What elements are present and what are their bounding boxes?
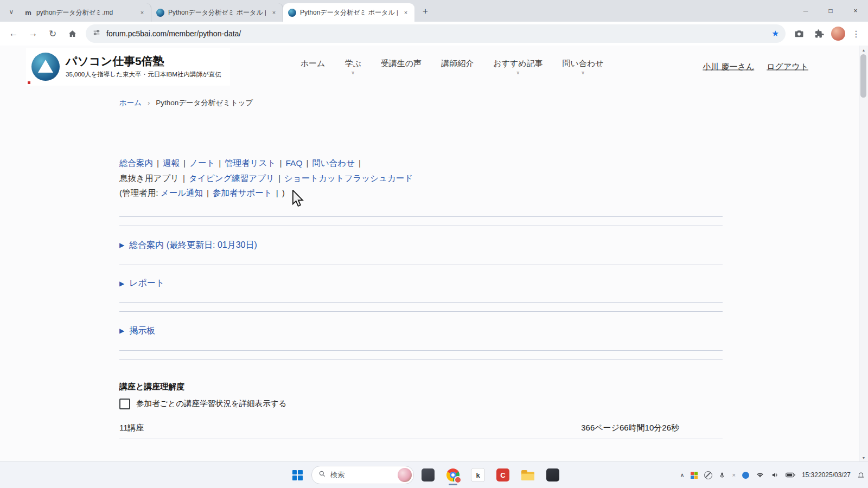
- nav-item-voices[interactable]: 受講生の声: [381, 59, 422, 69]
- nav-label: 問い合わせ: [563, 59, 604, 69]
- maximize-button[interactable]: □: [818, 0, 843, 22]
- close-button[interactable]: ×: [843, 0, 868, 22]
- separator: |: [359, 158, 361, 168]
- taskbar-app-dark-2[interactable]: [542, 464, 564, 486]
- link-shuho[interactable]: 週報: [163, 158, 180, 168]
- taskbar-explorer[interactable]: [517, 464, 539, 486]
- tray-grid-icon[interactable]: [691, 472, 698, 479]
- triangle-marker-icon: ▶: [119, 280, 124, 287]
- scrollbar[interactable]: ▲ ▼: [859, 46, 868, 462]
- detail-checkbox-label[interactable]: 参加者ごとの講座学習状況を詳細表示する: [136, 399, 287, 409]
- quick-links-row-1: 総合案内|週報|ノート|管理者リスト|FAQ|問い合わせ|: [119, 156, 723, 171]
- taskbar-date: 2025/03/27: [818, 471, 851, 479]
- nav-label: 講師紹介: [441, 59, 474, 69]
- forward-button[interactable]: →: [24, 24, 42, 43]
- do-not-disturb-icon[interactable]: [704, 471, 712, 479]
- taskbar-app-k[interactable]: k: [467, 464, 489, 486]
- tray-close-icon[interactable]: ×: [732, 472, 735, 478]
- tray-blue-app-icon[interactable]: [742, 472, 749, 479]
- tab-close-icon[interactable]: ×: [401, 8, 410, 17]
- breadcrumb-home-link[interactable]: ホーム: [119, 98, 142, 108]
- course-count: 11講座: [119, 423, 144, 433]
- divider: [119, 439, 723, 439]
- section-label: レポート: [129, 278, 164, 289]
- back-button[interactable]: ←: [4, 24, 23, 43]
- triangle-marker-icon: ▶: [119, 241, 124, 249]
- site-settings-icon[interactable]: [92, 28, 101, 39]
- nav-label: ホーム: [301, 59, 326, 69]
- start-button[interactable]: [286, 464, 308, 486]
- triangle-marker-icon: ▶: [119, 327, 124, 335]
- profile-avatar[interactable]: [831, 27, 845, 41]
- link-typing-app[interactable]: タイピング練習アプリ: [189, 174, 275, 183]
- taskbar-center: 検索 k C: [286, 462, 564, 488]
- address-bar[interactable]: forum.pc5bai.com/member/python-data/ ★: [86, 24, 786, 43]
- detail-checkbox[interactable]: [119, 399, 130, 409]
- bookmark-star-icon[interactable]: ★: [772, 29, 779, 38]
- courses-heading: 講座と講座理解度: [119, 382, 723, 391]
- tab-close-icon[interactable]: ×: [138, 8, 146, 17]
- link-note[interactable]: ノート: [189, 158, 215, 168]
- browser-menu-icon[interactable]: ⋮: [848, 29, 864, 39]
- quick-links: 総合案内|週報|ノート|管理者リスト|FAQ|問い合わせ| 息抜き用アプリ|タイ…: [119, 156, 723, 201]
- tab-markdown[interactable]: m pythonデータ分析ゼミ.md ×: [20, 3, 151, 22]
- breadcrumb-current: Pythonデータ分析ゼミトップ: [156, 98, 253, 108]
- link-shortcut-flashcards[interactable]: ショートカットフラッシュカード: [284, 174, 413, 183]
- link-mail-notify[interactable]: メール通知: [161, 188, 203, 197]
- page-viewport: パソコン仕事5倍塾 35,000人を指導した東大卒・元日本IBM社内講師が直伝 …: [0, 46, 868, 462]
- section-report[interactable]: ▶ レポート: [119, 265, 723, 303]
- nav-item-instructors[interactable]: 講師紹介: [441, 59, 474, 69]
- taskbar-search[interactable]: 検索: [311, 466, 414, 484]
- tab-portal-2-active[interactable]: Pythonデータ分析ゼミ ポータルトッ ×: [283, 3, 414, 22]
- search-highlight-image: [398, 468, 412, 482]
- scroll-up-icon[interactable]: ▲: [859, 46, 868, 54]
- tab-portal-1[interactable]: Pythonデータ分析ゼミ ポータルトッ ×: [151, 3, 283, 22]
- breadcrumb-separator: ›: [148, 99, 150, 107]
- main-nav: ホーム 学ぶ ∨ 受講生の声 講師紹介 おすすめ記事 ∨: [301, 59, 604, 75]
- nav-item-learn[interactable]: 学ぶ ∨: [344, 59, 361, 75]
- link-participant-support[interactable]: 参加者サポート: [213, 188, 272, 197]
- app-icon: [422, 468, 435, 481]
- screen: ∨ m pythonデータ分析ゼミ.md × Pythonデータ分析ゼミ ポータ…: [0, 0, 868, 488]
- site-logo-block[interactable]: パソコン仕事5倍塾 35,000人を指導した東大卒・元日本IBM社内講師が直伝: [26, 48, 230, 86]
- taskbar-clock[interactable]: 15:32 2025/03/27: [802, 471, 851, 479]
- link-contact[interactable]: 問い合わせ: [312, 158, 355, 168]
- microphone-icon[interactable]: [719, 471, 725, 479]
- nav-item-home[interactable]: ホーム: [301, 59, 326, 69]
- taskbar: 検索 k C ∧ ×: [0, 461, 868, 488]
- screenshot-extension-icon[interactable]: [790, 24, 808, 43]
- minimize-button[interactable]: ─: [793, 0, 818, 22]
- row3-suffix: ): [282, 188, 285, 197]
- volume-icon[interactable]: [771, 471, 779, 479]
- wifi-icon[interactable]: [756, 471, 764, 479]
- nav-item-contact[interactable]: 問い合わせ ∨: [563, 59, 604, 75]
- nav-item-articles[interactable]: おすすめ記事 ∨: [493, 59, 542, 75]
- link-faq[interactable]: FAQ: [285, 158, 302, 168]
- user-name-link[interactable]: 小川 慶一さん: [703, 62, 754, 72]
- notification-bell-icon[interactable]: [857, 471, 865, 479]
- tab-title: pythonデータ分析ゼミ.md: [36, 8, 134, 17]
- breadcrumb: ホーム › Pythonデータ分析ゼミトップ: [119, 98, 868, 108]
- new-tab-button[interactable]: +: [418, 4, 433, 19]
- tab-close-icon[interactable]: ×: [270, 8, 278, 17]
- running-indicator: [449, 484, 457, 485]
- taskbar-chrome[interactable]: [442, 464, 464, 486]
- home-button[interactable]: [63, 24, 81, 43]
- reload-button[interactable]: ↻: [43, 24, 62, 43]
- taskbar-app-c[interactable]: C: [492, 464, 514, 486]
- scrollbar-thumb[interactable]: [860, 54, 866, 98]
- extensions-puzzle-icon[interactable]: [809, 24, 828, 43]
- empty-row: [119, 217, 723, 226]
- scroll-down-icon[interactable]: ▼: [859, 454, 868, 461]
- taskbar-app-dark-1[interactable]: [417, 464, 439, 486]
- logout-link[interactable]: ログアウト: [767, 62, 808, 72]
- link-sogo-annai[interactable]: 総合案内: [119, 158, 153, 168]
- separator: |: [279, 158, 282, 168]
- tab-search-icon[interactable]: ∨: [3, 3, 20, 21]
- hidden-icons-chevron[interactable]: ∧: [680, 472, 684, 479]
- section-sogo-annai[interactable]: ▶ 総合案内 (最終更新日: 01月30日): [119, 226, 723, 265]
- site-favicon-icon: [156, 8, 164, 17]
- link-admin-list[interactable]: 管理者リスト: [225, 158, 276, 168]
- battery-icon[interactable]: [786, 472, 795, 478]
- section-bulletin-board[interactable]: ▶ 掲示板: [119, 312, 723, 351]
